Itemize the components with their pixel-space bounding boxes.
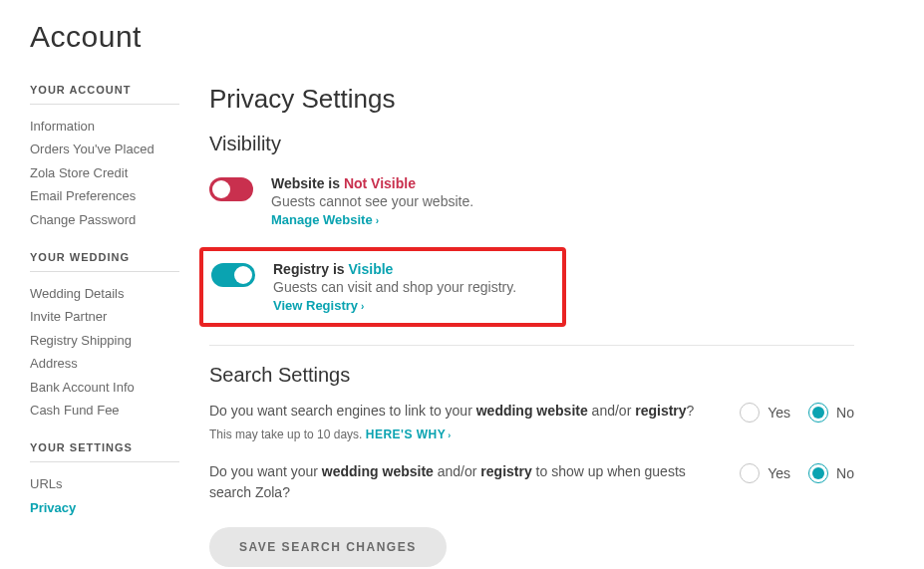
t: This may take up to 10 days.	[209, 427, 366, 441]
sidebar-item-privacy[interactable]: Privacy	[30, 496, 179, 519]
search-question-engines: Do you want search engines to link to yo…	[209, 401, 854, 443]
t: wedding website	[476, 403, 588, 419]
t: and/or	[588, 403, 635, 419]
radio-dot	[812, 407, 824, 419]
sidebar-item-urls[interactable]: URLs	[30, 472, 179, 495]
visibility-row-website: Website is Not Visible Guests cannot see…	[209, 169, 854, 233]
sidebar-item-store-credit[interactable]: Zola Store Credit	[30, 161, 179, 184]
page-title: Account	[30, 20, 894, 54]
sidebar-item-information[interactable]: Information	[30, 115, 179, 138]
sidebar-item-orders[interactable]: Orders You've Placed	[30, 138, 179, 160]
radio-icon	[740, 403, 760, 423]
radio-label: No	[836, 465, 854, 481]
divider	[30, 104, 179, 105]
sidebar-item-cash-fund-fee[interactable]: Cash Fund Fee	[30, 399, 179, 422]
t: registry	[480, 463, 531, 479]
registry-desc: Guests can visit and shop your registry.	[273, 279, 516, 295]
sidebar-item-bank-account[interactable]: Bank Account Info	[30, 376, 179, 399]
link-text: Manage Website	[271, 212, 373, 227]
visibility-row-registry: Registry is Visible Guests can visit and…	[199, 247, 566, 327]
q1-note: This may take up to 10 days. HERE'S WHY›	[209, 426, 720, 443]
q1-radio-yes[interactable]: Yes	[740, 403, 790, 423]
chevron-right-icon: ›	[376, 215, 379, 226]
q2-radio-no[interactable]: No	[808, 463, 854, 483]
chevron-right-icon: ›	[448, 430, 452, 440]
t: and/or	[434, 463, 480, 479]
heres-why-link[interactable]: HERE'S WHY›	[366, 427, 452, 441]
link-text: View Registry	[273, 298, 358, 313]
radio-label: Yes	[768, 405, 790, 421]
registry-label: Registry is	[273, 261, 345, 277]
website-status: Not Visible	[344, 175, 416, 191]
q1-radio-no[interactable]: No	[808, 403, 854, 423]
radio-icon	[740, 463, 760, 483]
main-content: Privacy Settings Visibility Website is N…	[209, 84, 894, 567]
radio-label: Yes	[768, 465, 790, 481]
divider	[209, 345, 854, 346]
registry-headline: Registry is Visible	[273, 261, 516, 277]
save-search-changes-button[interactable]: SAVE SEARCH CHANGES	[209, 527, 447, 567]
sidebar-item-change-password[interactable]: Change Password	[30, 208, 179, 231]
radio-dot	[812, 467, 824, 479]
section-title-privacy: Privacy Settings	[209, 84, 854, 115]
view-registry-link[interactable]: View Registry›	[273, 298, 364, 313]
sidebar-heading-settings: YOUR SETTINGS	[30, 441, 179, 453]
website-headline: Website is Not Visible	[271, 175, 473, 191]
divider	[30, 461, 179, 462]
t: HERE'S WHY	[366, 427, 447, 441]
sidebar: YOUR ACCOUNT Information Orders You've P…	[30, 84, 179, 567]
t: Do you want search engines to link to yo…	[209, 403, 476, 419]
toggle-knob	[234, 266, 252, 284]
radio-label: No	[836, 405, 854, 421]
toggle-knob	[212, 180, 230, 198]
sidebar-heading-wedding: YOUR WEDDING	[30, 251, 179, 263]
subsection-title-visibility: Visibility	[209, 133, 854, 155]
t: Do you want your	[209, 463, 322, 479]
manage-website-link[interactable]: Manage Website›	[271, 212, 379, 227]
toggle-registry-visibility[interactable]	[211, 263, 255, 287]
sidebar-heading-account: YOUR ACCOUNT	[30, 84, 179, 96]
registry-status: Visible	[348, 261, 393, 277]
q1-radio-group: Yes No	[740, 401, 854, 423]
search-question-zola: Do you want your wedding website and/or …	[209, 461, 854, 503]
q2-text: Do you want your wedding website and/or …	[209, 463, 686, 500]
sidebar-item-invite-partner[interactable]: Invite Partner	[30, 305, 179, 328]
t: registry	[635, 403, 686, 419]
divider	[30, 271, 179, 272]
website-label: Website is	[271, 175, 340, 191]
sidebar-item-wedding-details[interactable]: Wedding Details	[30, 282, 179, 305]
t: wedding website	[322, 463, 434, 479]
chevron-right-icon: ›	[361, 301, 364, 312]
sidebar-item-registry-shipping[interactable]: Registry Shipping Address	[30, 329, 179, 376]
radio-icon	[808, 463, 828, 483]
website-desc: Guests cannot see your website.	[271, 193, 473, 209]
sidebar-item-email-preferences[interactable]: Email Preferences	[30, 184, 179, 207]
subsection-title-search: Search Settings	[209, 364, 854, 387]
radio-icon	[808, 403, 828, 423]
q2-radio-group: Yes No	[740, 461, 854, 483]
q1-text: Do you want search engines to link to yo…	[209, 403, 694, 419]
q2-radio-yes[interactable]: Yes	[740, 463, 790, 483]
toggle-website-visibility[interactable]	[209, 177, 253, 201]
t: ?	[687, 403, 695, 419]
